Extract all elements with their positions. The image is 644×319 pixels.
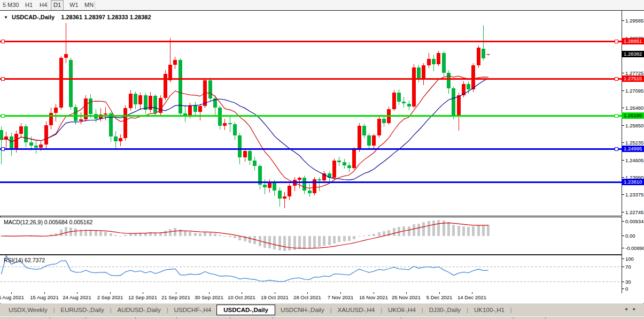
rsi-axis-tick bbox=[622, 267, 624, 267]
rsi-line bbox=[1, 256, 488, 282]
macd-signal-line bbox=[1, 223, 488, 248]
rsi-label: RSI(14) 62.7372 bbox=[4, 257, 45, 263]
timeframe-button-w1[interactable]: W1 bbox=[67, 0, 81, 10]
price-tick bbox=[622, 212, 624, 212]
rsi-pane[interactable] bbox=[0, 255, 622, 293]
tab-scroll-arrows: ◄► bbox=[624, 307, 641, 312]
price-chart-canvas bbox=[0, 11, 622, 216]
date-tick bbox=[374, 292, 374, 294]
date-tick bbox=[439, 292, 440, 294]
status-divider bbox=[230, 317, 230, 319]
timeframe-button-m30[interactable]: M30 bbox=[5, 0, 21, 10]
date-label: 30 Sep 2021 bbox=[195, 294, 223, 300]
hline-handle bbox=[1, 40, 4, 43]
tab-eurusd-daily[interactable]: EURUSD-,Daily bbox=[56, 305, 110, 315]
hline-handle bbox=[615, 40, 618, 43]
price-tick-label: 1.22745 bbox=[625, 209, 643, 215]
macd-axis-label: -0.00890 bbox=[625, 245, 644, 251]
hline-handle bbox=[615, 147, 618, 150]
date-label: 28 Oct 2021 bbox=[293, 294, 321, 300]
price-tick bbox=[622, 73, 624, 73]
date-tick bbox=[209, 292, 210, 294]
timeframe-button-d1[interactable]: D1 bbox=[51, 0, 64, 11]
tab-usdx-weekly[interactable]: USDX,Weekly bbox=[3, 305, 53, 315]
date-label: 21 Sep 2021 bbox=[161, 294, 190, 300]
price-tick-label: 1.24605 bbox=[625, 157, 643, 163]
timeframe-button-mn[interactable]: MN bbox=[82, 0, 96, 10]
price-axis[interactable]: 1.295851.289701.277251.270951.264801.258… bbox=[622, 11, 644, 303]
date-tick bbox=[176, 292, 176, 294]
mt4-chart-window: 5M30H1H4D1W1MN ▼ USDCAD-,Daily 1.28361 1… bbox=[0, 0, 644, 319]
tab-scroll-right-icon[interactable]: ► bbox=[632, 307, 641, 312]
price-tick bbox=[622, 108, 624, 108]
tab-usdcad-daily[interactable]: USDCAD-,Daily bbox=[216, 305, 275, 315]
hline-handle bbox=[1, 147, 4, 150]
rsi-axis-label: 0 bbox=[625, 286, 628, 292]
tab-usdchf-h4[interactable]: USDCHF-,H4 bbox=[169, 305, 217, 315]
status-divider bbox=[273, 317, 273, 319]
chart-dropdown-icon[interactable]: ▼ bbox=[4, 15, 8, 20]
status-divider bbox=[86, 317, 86, 319]
date-label: 16 Nov 2021 bbox=[359, 294, 388, 300]
tab-audusd-daily[interactable]: AUDUSD-,Daily bbox=[112, 305, 166, 315]
chart-symbol-label: USDCAD-,Daily bbox=[12, 14, 55, 20]
rsi-canvas bbox=[0, 255, 622, 292]
status-divider bbox=[513, 317, 514, 319]
date-tick bbox=[472, 292, 472, 294]
price-tick bbox=[622, 90, 624, 91]
date-tick bbox=[406, 292, 407, 294]
date-label: 5 Aug 2021 bbox=[0, 294, 24, 300]
hline-handle bbox=[1, 114, 4, 117]
main-chart-pane[interactable] bbox=[0, 11, 622, 216]
price-level-tag: 1.27515 bbox=[622, 75, 644, 82]
date-tick bbox=[242, 292, 242, 294]
macd-axis-tick bbox=[622, 248, 624, 248]
hline-handle bbox=[615, 77, 618, 80]
tab-ukoil-h4[interactable]: UKOil-,H4 bbox=[383, 305, 421, 315]
date-label: 14 Dec 2021 bbox=[457, 294, 486, 300]
date-tick bbox=[340, 292, 341, 294]
date-tick bbox=[110, 292, 111, 294]
date-axis[interactable]: 5 Aug 202115 Aug 202124 Aug 20212 Sep 20… bbox=[0, 292, 622, 303]
price-tick bbox=[622, 194, 624, 195]
date-label: 12 Sep 2021 bbox=[128, 294, 157, 300]
price-tick-label: 1.26480 bbox=[625, 105, 643, 111]
date-label: 19 Oct 2021 bbox=[261, 294, 289, 300]
rsi-axis-tick bbox=[622, 259, 624, 259]
macd-axis-label: 0.00 bbox=[625, 233, 635, 239]
date-label: 10 Oct 2021 bbox=[228, 294, 255, 300]
current-price-tag: 1.28382 bbox=[622, 51, 644, 57]
toolbar-separator bbox=[48, 1, 48, 9]
macd-pane[interactable] bbox=[0, 217, 622, 255]
status-divider bbox=[545, 317, 546, 319]
chart-title: ▼ USDCAD-,Daily 1.28361 1.28397 1.28333 … bbox=[4, 14, 151, 20]
date-label: 24 Aug 2021 bbox=[63, 294, 91, 300]
tab-usdcnh-daily[interactable]: USDCNH-,Daily bbox=[275, 305, 330, 315]
date-tick bbox=[44, 292, 45, 294]
tab-scroll-left-icon[interactable]: ◄ bbox=[624, 307, 632, 312]
macd-axis-tick bbox=[622, 236, 624, 236]
date-label: 7 Nov 2021 bbox=[328, 294, 354, 300]
tab-xauusd-h4[interactable]: XAUUSD-,H4 bbox=[332, 305, 381, 315]
date-tick bbox=[275, 292, 275, 294]
tab-separator: | bbox=[510, 307, 513, 313]
rsi-axis-label: 70 bbox=[625, 264, 631, 270]
horizontal-level-lines[interactable] bbox=[0, 40, 622, 182]
date-label: 15 Aug 2021 bbox=[30, 294, 58, 300]
price-level-tag: 1.28851 bbox=[622, 38, 644, 44]
timeframe-button-h1[interactable]: H1 bbox=[23, 0, 35, 10]
rsi-axis-label: 100 bbox=[625, 256, 634, 262]
tab-dj30-daily[interactable]: DJ30-,Daily bbox=[424, 305, 466, 315]
macd-axis-tick bbox=[622, 221, 624, 222]
price-tick bbox=[622, 177, 624, 178]
price-level-tag: 1.23810 bbox=[622, 179, 644, 185]
timeframe-toolbar: 5M30H1H4D1W1MN bbox=[0, 0, 644, 10]
chart-tab-bar: USDX,Weekly|EURUSD-,Daily|AUDUSD-,Daily|… bbox=[0, 303, 644, 316]
date-label: 25 Nov 2021 bbox=[392, 294, 421, 300]
status-strip bbox=[0, 316, 644, 319]
tab-uk100-h1[interactable]: UK100-,H1 bbox=[469, 305, 510, 315]
status-divider bbox=[401, 317, 401, 319]
price-tick-label: 1.27095 bbox=[625, 88, 643, 94]
price-tick-label: 1.25235 bbox=[625, 140, 643, 146]
toolbar-separator bbox=[95, 1, 95, 9]
